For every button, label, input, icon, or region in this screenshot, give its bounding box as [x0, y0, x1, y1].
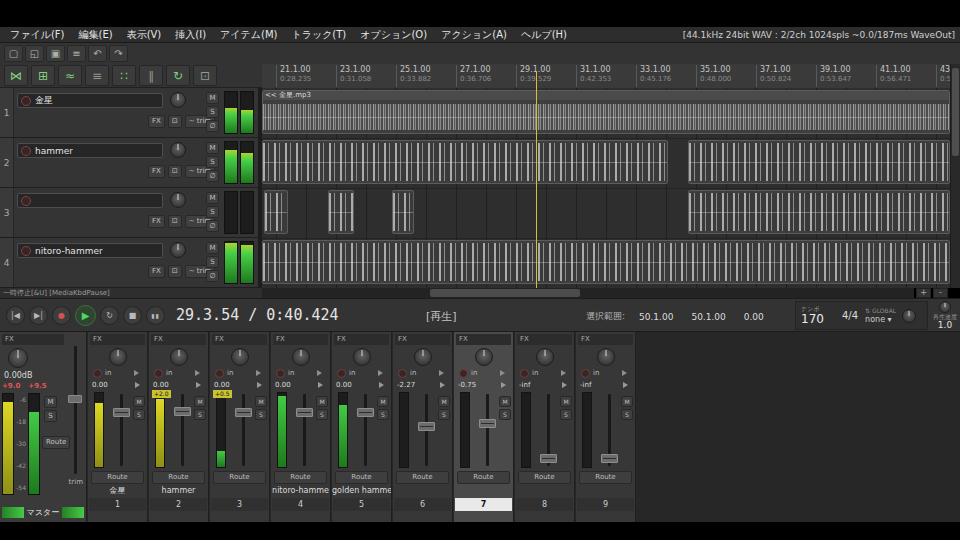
stop-button[interactable]: ■ [123, 306, 142, 325]
track-name-box[interactable]: hammer [17, 143, 163, 158]
timeline-ruler[interactable]: 21.1.000:28.23523.1.000:31.05825.1.000:3… [262, 64, 950, 89]
strip-pan-knob[interactable] [597, 348, 615, 366]
track-phase-button[interactable]: ∅ [206, 170, 219, 182]
strip-fx-slot[interactable]: FX [395, 334, 450, 345]
horizontal-scrollbar-thumb[interactable] [430, 289, 580, 297]
strip-number[interactable]: 6 [394, 498, 451, 511]
strip-volume-value[interactable]: 0.00 [214, 381, 230, 389]
play-button[interactable]: ▶ [75, 305, 96, 326]
strip-input-button[interactable]: in [349, 369, 355, 377]
selection-end-value[interactable]: 50.1.00 [691, 312, 725, 322]
track-pan-knob[interactable] [170, 92, 186, 108]
global-automation-box[interactable]: ⇅ GLOBAL none ▾ [865, 307, 896, 325]
go-to-start-button[interactable]: |◀ [6, 306, 25, 325]
strip-number[interactable]: 9 [577, 498, 634, 511]
strip-pan-knob[interactable] [475, 348, 493, 366]
menu-item[interactable]: 編集(E) [72, 28, 120, 42]
strip-route-button[interactable]: Route [152, 471, 205, 484]
strip-monitor-icon[interactable] [256, 370, 264, 376]
master-trim-fader[interactable] [68, 346, 82, 474]
snap-icon[interactable]: ∥ [139, 65, 163, 86]
strip-input-button[interactable]: in [227, 369, 233, 377]
project-settings-icon[interactable]: ≡ [67, 45, 86, 62]
strip-fx-slot[interactable]: FX [212, 334, 267, 345]
strip-solo-button[interactable]: S [255, 409, 267, 420]
track-envelope-button[interactable]: ⊡ [168, 215, 182, 228]
strip-mute-button[interactable]: M [621, 396, 633, 407]
menu-item[interactable]: 表示(V) [120, 28, 169, 42]
strip-solo-button[interactable]: S [499, 409, 511, 420]
strip-input-button[interactable]: in [105, 369, 111, 377]
strip-input-button[interactable]: in [166, 369, 172, 377]
strip-fader-handle[interactable] [357, 408, 374, 417]
strip-fader-handle[interactable] [113, 408, 130, 417]
pause-button[interactable]: ▮▮ [146, 306, 165, 325]
strip-monitor-icon[interactable] [561, 370, 569, 376]
record-button[interactable]: ● [52, 306, 71, 325]
zoom-in-button[interactable]: + [916, 288, 931, 298]
strip-fader-handle[interactable] [540, 454, 557, 463]
strip-route-button[interactable]: Route [91, 471, 144, 484]
horizontal-scrollbar[interactable] [262, 288, 914, 298]
time-signature-value[interactable]: 4/4 [842, 310, 858, 321]
arrange-view[interactable]: << 金星.mp3 [262, 88, 950, 288]
zoom-out-button[interactable]: - [933, 288, 948, 298]
strip-input-button[interactable]: in [471, 369, 477, 377]
strip-monitor-icon[interactable] [378, 370, 386, 376]
track-fx-button[interactable]: FX [148, 165, 165, 178]
strip-route-button[interactable]: Route [518, 471, 571, 484]
strip-route-button[interactable]: Route [457, 471, 510, 484]
master-fx-slot[interactable]: FX [2, 334, 64, 345]
strip-solo-button[interactable]: S [194, 409, 206, 420]
strip-monitor-icon[interactable] [622, 370, 630, 376]
tempo-knob[interactable] [902, 309, 916, 323]
track-phase-button[interactable]: ∅ [206, 120, 219, 132]
strip-pan-knob[interactable] [353, 348, 371, 366]
strip-mute-button[interactable]: M [438, 396, 450, 407]
repeat-button[interactable]: ↻ [100, 306, 119, 325]
strip-record-arm-button[interactable] [154, 369, 163, 378]
track-mute-button[interactable]: M [206, 142, 219, 154]
new-project-icon[interactable]: ▢ [4, 45, 23, 62]
strip-record-arm-button[interactable] [93, 369, 102, 378]
track-solo-button[interactable]: S [206, 106, 219, 118]
track-phase-button[interactable]: ∅ [206, 270, 219, 282]
playhead-ruler-marker[interactable] [536, 72, 537, 88]
media-item[interactable] [688, 190, 950, 234]
media-item[interactable] [262, 240, 950, 284]
strip-pan-knob[interactable] [536, 348, 554, 366]
strip-number[interactable]: 3 [211, 498, 268, 511]
track-name-box[interactable]: nitoro-hammer [17, 243, 163, 258]
media-item[interactable] [392, 190, 414, 234]
record-arm-button[interactable] [21, 196, 31, 206]
track-fx-button[interactable]: FX [148, 115, 165, 128]
media-item[interactable] [328, 190, 354, 234]
strip-record-arm-button[interactable] [337, 369, 346, 378]
strip-volume-value[interactable]: 0.00 [153, 381, 169, 389]
track-mute-button[interactable]: M [206, 192, 219, 204]
master-mute-button[interactable]: M [44, 396, 57, 408]
strip-record-arm-button[interactable] [520, 369, 529, 378]
menu-item[interactable]: アクション(A) [434, 28, 514, 42]
item-grouping-icon[interactable]: ⊞ [31, 65, 55, 86]
strip-fx-slot[interactable]: FX [334, 334, 389, 345]
ripple-edit-icon[interactable]: ≡ [85, 65, 109, 86]
strip-fader-handle[interactable] [601, 454, 618, 463]
strip-pan-knob[interactable] [170, 348, 188, 366]
track-name-box[interactable] [17, 193, 163, 208]
repeat-icon[interactable]: ↻ [166, 65, 190, 86]
record-arm-button[interactable] [21, 96, 31, 106]
envelope-icon[interactable]: ≈ [58, 65, 82, 86]
master-pan-knob[interactable] [8, 348, 28, 368]
record-arm-button[interactable] [21, 246, 31, 256]
strip-mute-button[interactable]: M [133, 396, 145, 407]
track-number[interactable]: 2 [0, 138, 14, 187]
track-pan-knob[interactable] [170, 242, 186, 258]
tempo-value[interactable]: 170 [801, 313, 837, 326]
track-solo-button[interactable]: S [206, 156, 219, 168]
strip-route-button[interactable]: Route [335, 471, 388, 484]
master-route-button[interactable]: Route [42, 436, 70, 449]
strip-monitor-icon[interactable] [317, 370, 325, 376]
transport-time-display[interactable]: 29.3.54 / 0:40.424 [176, 306, 339, 324]
strip-volume-value[interactable]: -0.75 [458, 381, 476, 389]
